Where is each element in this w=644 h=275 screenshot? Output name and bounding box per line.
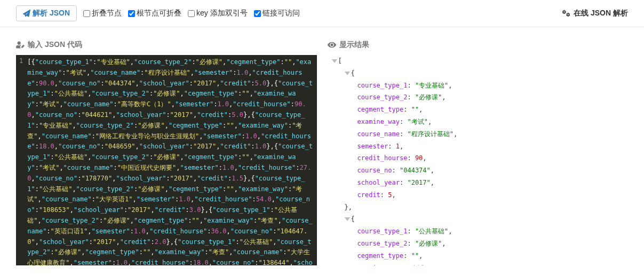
parse-json-button-label: 解析 JSON	[33, 9, 70, 18]
toolbar-option-2[interactable]: key 添加双引号	[186, 9, 248, 17]
viewer-property: credit: 5,	[357, 189, 629, 201]
viewer-property: course_type_1: "专业基础",	[357, 80, 629, 92]
toolbar: 解析 JSON 折叠节点根节点可折叠key 添加双引号链接可访问 在线 JSON…	[0, 0, 644, 27]
toolbar-option-checkbox-2[interactable]	[188, 10, 195, 17]
toolbar-option-1[interactable]: 根节点可折叠	[126, 9, 181, 17]
json-editor[interactable]: 1 [{"course_type_1":"专业基础","course_type_…	[16, 55, 317, 265]
user-edit-icon	[16, 41, 25, 49]
toolbar-option-checkbox-1[interactable]	[128, 10, 135, 17]
viewer-property: course_no: "044374",	[357, 164, 629, 177]
collapse-toggle-icon[interactable]	[345, 217, 350, 221]
toolbar-option-0[interactable]: 折叠节点	[81, 9, 122, 17]
viewer-object-end: },	[345, 201, 629, 214]
page-title: 在线 JSON 解析	[562, 9, 628, 18]
viewer-property: examine_way: "考试",	[357, 262, 629, 265]
collapse-toggle-icon[interactable]	[332, 59, 337, 63]
viewer-object[interactable]: {	[345, 213, 629, 225]
viewer-property: cegment_type: "",	[357, 250, 629, 262]
viewer-property: school_year: "2017",	[357, 177, 629, 189]
viewer-object[interactable]: {	[345, 67, 629, 80]
viewer-property: course_name: "程序设计基础",	[357, 128, 629, 140]
paper-plane-icon	[23, 10, 30, 17]
input-panel: 输入 JSON 代码 1 [{"course_type_1":"专业基础","c…	[16, 40, 317, 265]
viewer-property: course_type_2: "必修课",	[357, 238, 629, 250]
viewer-property: semester: 1,	[357, 140, 629, 153]
json-viewer[interactable]: [{course_type_1: "专业基础",course_type_2: "…	[328, 55, 629, 265]
toolbar-option-3[interactable]: 链接可访问	[252, 9, 300, 17]
editor-code[interactable]: [{"course_type_1":"专业基础","course_type_2"…	[27, 55, 316, 265]
editor-gutter: 1	[16, 55, 27, 265]
parse-json-button[interactable]: 解析 JSON	[16, 5, 77, 21]
input-panel-header: 输入 JSON 代码	[16, 40, 317, 50]
viewer-property: course_type_1: "公共基础",	[357, 225, 629, 238]
viewer-root[interactable]: [	[332, 55, 629, 67]
viewer-property: course_type_2: "必修课",	[357, 91, 629, 104]
eye-icon	[328, 41, 336, 49]
viewer-property: cegment_type: "",	[357, 104, 629, 116]
result-panel: 显示结果 [{course_type_1: "专业基础",course_type…	[328, 40, 629, 265]
gears-icon	[562, 9, 570, 18]
viewer-property: examine_way: "考试",	[357, 116, 629, 128]
collapse-toggle-icon[interactable]	[345, 72, 350, 75]
result-panel-header: 显示结果	[328, 40, 629, 50]
toolbar-option-checkbox-0[interactable]	[83, 10, 90, 17]
viewer-property: credit_hourse: 90,	[357, 152, 629, 164]
toolbar-option-checkbox-3[interactable]	[254, 10, 261, 17]
